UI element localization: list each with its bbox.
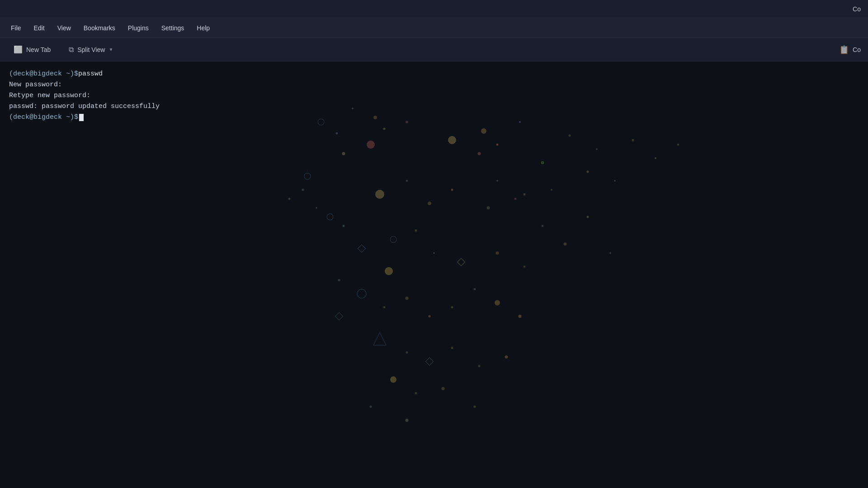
- svg-marker-44: [373, 333, 386, 345]
- menu-bar: File Edit View Bookmarks Plugins Setting…: [0, 18, 868, 38]
- svg-point-38: [385, 267, 393, 275]
- output-1: New password:: [9, 80, 62, 90]
- svg-point-35: [383, 306, 386, 309]
- svg-point-34: [357, 289, 366, 298]
- svg-point-61: [524, 193, 526, 196]
- new-tab-button[interactable]: ⬜ New Tab: [7, 42, 57, 56]
- terminal-line-0: (deck@bigdeck ~)$ passwd: [9, 69, 859, 80]
- terminal-area[interactable]: (deck@bigdeck ~)$ passwd New password: R…: [0, 61, 868, 130]
- svg-point-53: [474, 406, 476, 408]
- svg-point-25: [514, 198, 517, 200]
- svg-point-27: [390, 236, 396, 243]
- output-3: passwd: password updated successfully: [9, 101, 160, 112]
- svg-point-59: [609, 252, 611, 254]
- toolbar-right-icon: 📋: [839, 45, 849, 55]
- svg-point-65: [569, 135, 571, 137]
- svg-rect-30: [458, 258, 465, 266]
- svg-point-69: [677, 144, 679, 146]
- svg-point-50: [390, 376, 396, 383]
- svg-point-47: [451, 347, 453, 349]
- svg-point-20: [375, 190, 384, 199]
- svg-rect-43: [335, 313, 343, 320]
- svg-point-15: [302, 189, 304, 191]
- svg-point-63: [587, 171, 589, 173]
- prompt-0: (deck@bigdeck ~)$: [9, 69, 78, 80]
- svg-rect-26: [358, 245, 366, 253]
- svg-point-8: [478, 152, 481, 155]
- split-view-chevron-icon: ▼: [108, 47, 113, 52]
- title-bar-right: Co: [853, 5, 861, 13]
- svg-point-29: [433, 252, 435, 254]
- svg-point-36: [406, 297, 409, 300]
- svg-point-16: [316, 207, 317, 209]
- menu-help[interactable]: Help: [191, 22, 215, 34]
- svg-point-40: [451, 306, 453, 309]
- svg-point-56: [542, 225, 544, 227]
- svg-point-6: [448, 136, 456, 144]
- new-tab-label: New Tab: [26, 46, 51, 53]
- svg-point-23: [451, 189, 453, 191]
- svg-point-22: [428, 202, 431, 205]
- svg-point-57: [564, 243, 567, 246]
- svg-point-19: [343, 225, 345, 227]
- split-view-button[interactable]: ⧉ Split View ▼: [62, 43, 119, 56]
- terminal-cursor: [79, 114, 84, 121]
- title-bar-label: Co: [853, 5, 861, 13]
- svg-point-55: [370, 406, 372, 408]
- menu-settings[interactable]: Settings: [156, 22, 190, 34]
- svg-point-28: [415, 230, 417, 232]
- terminal-line-3: passwd: password updated successfully: [9, 101, 859, 112]
- svg-rect-46: [426, 358, 434, 366]
- svg-point-12: [541, 161, 544, 164]
- svg-point-21: [406, 180, 408, 182]
- svg-point-24: [487, 206, 490, 210]
- svg-point-60: [496, 180, 498, 182]
- svg-point-67: [632, 139, 634, 141]
- menu-bookmarks[interactable]: Bookmarks: [78, 22, 121, 34]
- svg-point-52: [442, 387, 445, 390]
- command-0: passwd: [78, 69, 103, 80]
- svg-point-68: [655, 157, 656, 159]
- svg-point-51: [415, 392, 417, 394]
- svg-point-48: [478, 365, 481, 367]
- svg-point-41: [495, 300, 500, 305]
- terminal-line-2: Retype new password:: [9, 90, 859, 101]
- svg-point-9: [496, 144, 499, 146]
- menu-view[interactable]: View: [52, 22, 76, 34]
- svg-point-64: [614, 180, 616, 182]
- svg-point-42: [519, 315, 522, 318]
- svg-point-33: [338, 279, 340, 282]
- svg-point-32: [524, 266, 526, 268]
- svg-point-18: [327, 214, 333, 220]
- svg-point-37: [429, 315, 431, 318]
- prompt-4: (deck@bigdeck ~)$: [9, 112, 78, 123]
- split-view-label: Split View: [77, 46, 105, 53]
- svg-point-17: [288, 198, 291, 200]
- menu-plugins[interactable]: Plugins: [123, 22, 154, 34]
- toolbar-right: 📋 Co: [839, 45, 861, 55]
- menu-file[interactable]: File: [5, 22, 27, 34]
- toolbar: ⬜ New Tab ⧉ Split View ▼ 📋 Co: [0, 38, 868, 61]
- svg-point-31: [496, 252, 499, 255]
- svg-point-58: [587, 216, 589, 218]
- svg-point-13: [342, 152, 345, 155]
- svg-point-45: [406, 352, 408, 354]
- svg-point-11: [367, 141, 375, 149]
- output-2: Retype new password:: [9, 90, 90, 101]
- svg-point-54: [406, 419, 409, 422]
- split-view-icon: ⧉: [69, 46, 74, 54]
- svg-point-49: [505, 356, 508, 359]
- toolbar-right-label: Co: [853, 46, 861, 53]
- svg-point-1: [336, 132, 338, 135]
- new-tab-icon: ⬜: [14, 45, 23, 54]
- menu-edit[interactable]: Edit: [28, 22, 50, 34]
- svg-point-62: [551, 189, 552, 191]
- terminal-line-4: (deck@bigdeck ~)$: [9, 112, 859, 123]
- svg-point-14: [304, 173, 311, 179]
- svg-point-66: [596, 148, 598, 150]
- terminal-line-1: New password:: [9, 80, 859, 90]
- svg-point-39: [474, 288, 476, 291]
- title-bar: Co: [0, 0, 868, 18]
